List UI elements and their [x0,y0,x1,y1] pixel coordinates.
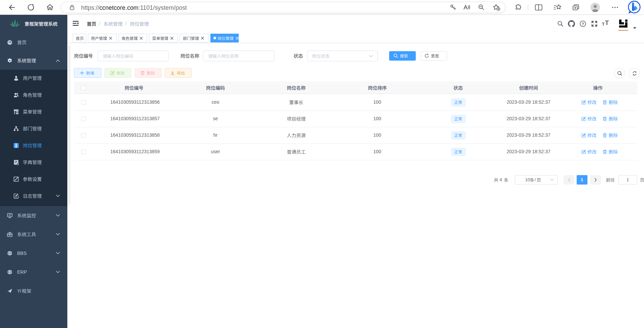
svg-text:?: ? [582,22,584,26]
